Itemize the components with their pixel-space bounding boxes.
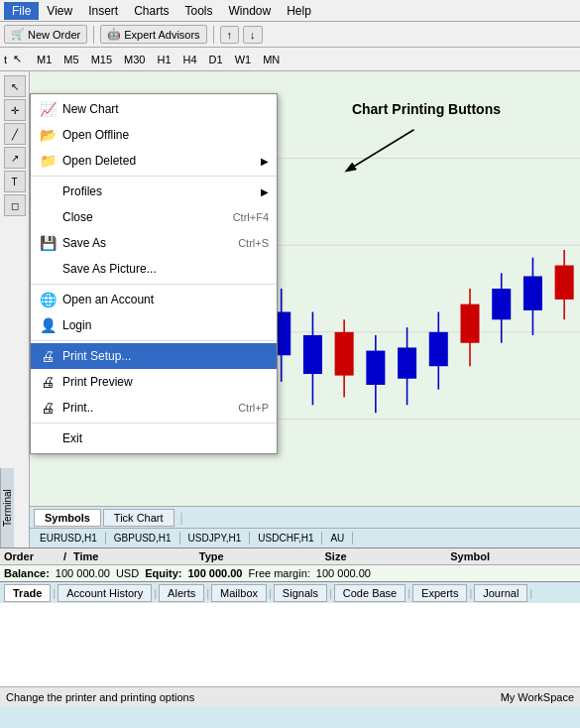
menu-open-account[interactable]: 🌐 Open an Account xyxy=(31,287,277,312)
toolbar-timeframes: t ↖ M1 M5 M15 M30 H1 H4 D1 W1 MN xyxy=(0,48,580,71)
status-right: My WorkSpace xyxy=(501,691,574,703)
tf-w1[interactable]: W1 xyxy=(230,52,257,67)
expert-advisors-button[interactable]: 🤖 Expert Advisors xyxy=(100,25,206,44)
terminal-tab-account-history[interactable]: Account History xyxy=(58,584,152,602)
terminal-tab-signals[interactable]: Signals xyxy=(274,584,327,602)
print-label: Print.. xyxy=(62,401,93,415)
new-order-icon: 🛒 xyxy=(11,28,25,41)
free-margin-key: Free margin: xyxy=(249,567,310,579)
print-setup-label: Print Setup... xyxy=(62,349,131,363)
tool-text[interactable]: T xyxy=(4,171,26,192)
new-order-button[interactable]: 🛒 New Order xyxy=(4,25,87,44)
sep3 xyxy=(31,340,277,341)
tf-d1[interactable]: D1 xyxy=(204,52,228,67)
terminal-tab-codebase[interactable]: Code Base xyxy=(334,584,406,602)
up-button[interactable]: ↑ xyxy=(220,26,240,44)
menu-open-deleted[interactable]: 📁 Open Deleted ▶ xyxy=(31,148,277,174)
terminal-column-headers: Order / Time Type Size Symbol xyxy=(0,548,580,565)
col-order: Order xyxy=(4,550,63,562)
terminal-side-label[interactable]: Terminal xyxy=(0,468,14,547)
profiles-icon xyxy=(39,182,57,200)
save-as-picture-label: Save As Picture... xyxy=(62,262,157,276)
sym-eurusd[interactable]: EURUSD,H1 xyxy=(32,532,106,545)
terminal-tab-experts[interactable]: Experts xyxy=(412,584,467,602)
tf-m15[interactable]: M15 xyxy=(86,52,117,67)
menu-exit[interactable]: Exit xyxy=(31,425,277,451)
menu-save-as-picture[interactable]: Save As Picture... xyxy=(31,256,277,282)
sym-usdjpy[interactable]: USDJPY,H1 xyxy=(180,532,251,545)
close-shortcut: Ctrl+F4 xyxy=(233,211,269,223)
terminal-tab-alerts[interactable]: Alerts xyxy=(159,584,204,602)
tab-tick-chart[interactable]: Tick Chart xyxy=(103,509,174,527)
menu-tools[interactable]: Tools xyxy=(177,2,221,20)
menu-new-chart[interactable]: 📈 New Chart xyxy=(31,96,277,122)
menu-print-preview[interactable]: 🖨 Print Preview xyxy=(31,369,277,395)
exit-label: Exit xyxy=(62,431,82,445)
col-sep: / xyxy=(63,550,73,562)
svg-rect-33 xyxy=(460,304,479,343)
menu-help[interactable]: Help xyxy=(279,2,319,20)
menu-charts[interactable]: Charts xyxy=(126,2,176,20)
col-type: Type xyxy=(199,550,325,562)
down-button[interactable]: ↓ xyxy=(243,26,263,44)
tf-m30[interactable]: M30 xyxy=(119,52,150,67)
sep2 xyxy=(31,284,277,285)
symbol-tabs: EURUSD,H1 GBPUSD,H1 USDJPY,H1 USDCHF,H1 … xyxy=(30,528,580,547)
tool-arrow[interactable]: ↖ xyxy=(4,75,26,97)
menu-print[interactable]: 🖨 Print.. Ctrl+P xyxy=(31,395,277,421)
tab-symbols[interactable]: Symbols xyxy=(34,509,101,527)
sep1 xyxy=(31,176,277,177)
menu-window[interactable]: Window xyxy=(221,2,280,20)
print-shortcut: Ctrl+P xyxy=(238,402,269,414)
col-symbol: Symbol xyxy=(450,550,576,562)
cursor-icon: ↖ xyxy=(13,53,22,65)
sym-gbpusd[interactable]: GBPUSD,H1 xyxy=(106,532,180,545)
login-icon: 👤 xyxy=(39,316,57,334)
menu-close[interactable]: Close Ctrl+F4 xyxy=(31,204,277,230)
tool-trend[interactable]: ↗ xyxy=(4,147,26,169)
balance-currency: USD xyxy=(116,567,139,579)
menu-file[interactable]: File xyxy=(4,2,39,20)
balance-key: Balance: xyxy=(4,567,50,579)
toolbar-main: 🛒 New Order 🤖 Expert Advisors ↑ ↓ xyxy=(0,22,580,48)
tab-separator: | xyxy=(180,511,183,525)
tool-crosshair[interactable]: ✛ xyxy=(4,99,26,121)
terminal-tab-trade[interactable]: Trade xyxy=(4,584,51,602)
sep4 xyxy=(31,423,277,424)
terminal-tab-mailbox[interactable]: Mailbox xyxy=(211,584,267,602)
new-chart-label: New Chart xyxy=(62,102,119,116)
save-as-shortcut: Ctrl+S xyxy=(238,237,269,249)
menu-insert[interactable]: Insert xyxy=(80,2,126,20)
open-deleted-label: Open Deleted xyxy=(62,154,136,168)
svg-rect-31 xyxy=(429,332,448,366)
exit-icon xyxy=(39,429,57,447)
svg-rect-29 xyxy=(398,347,416,378)
svg-rect-27 xyxy=(366,351,385,385)
tf-m1[interactable]: M1 xyxy=(32,52,57,67)
tf-m5[interactable]: M5 xyxy=(58,52,83,67)
svg-rect-37 xyxy=(523,276,542,309)
print-preview-icon: 🖨 xyxy=(39,373,57,391)
open-account-icon: 🌐 xyxy=(39,291,57,308)
tf-h1[interactable]: H1 xyxy=(152,52,175,67)
terminal-tabs: Trade | Account History | Alerts | Mailb… xyxy=(0,581,580,603)
open-deleted-arrow: ▶ xyxy=(261,156,269,167)
tf-h4[interactable]: H4 xyxy=(178,52,202,67)
terminal-tab-journal[interactable]: Journal xyxy=(474,584,527,602)
tool-line[interactable]: ╱ xyxy=(4,123,26,145)
tool-shapes[interactable]: ◻ xyxy=(4,194,26,216)
menu-profiles[interactable]: Profiles ▶ xyxy=(31,179,277,204)
menu-view[interactable]: View xyxy=(39,2,80,20)
save-as-label: Save As xyxy=(62,236,106,250)
menu-login[interactable]: 👤 Login xyxy=(31,312,277,338)
sym-au[interactable]: AU xyxy=(322,532,353,545)
menu-print-setup[interactable]: 🖨 Print Setup... xyxy=(31,343,277,369)
sym-usdchf[interactable]: USDCHF,H1 xyxy=(250,532,322,545)
equity-value: 100 000.00 xyxy=(187,567,242,579)
profiles-arrow: ▶ xyxy=(261,186,269,197)
menu-save-as[interactable]: 💾 Save As Ctrl+S xyxy=(31,230,277,256)
terminal-balance-row: Balance: 100 000.00 USD Equity: 100 000.… xyxy=(0,565,580,581)
menu-open-offline[interactable]: 📂 Open Offline xyxy=(31,122,277,148)
tf-mn[interactable]: MN xyxy=(258,52,285,67)
svg-rect-23 xyxy=(303,335,322,374)
